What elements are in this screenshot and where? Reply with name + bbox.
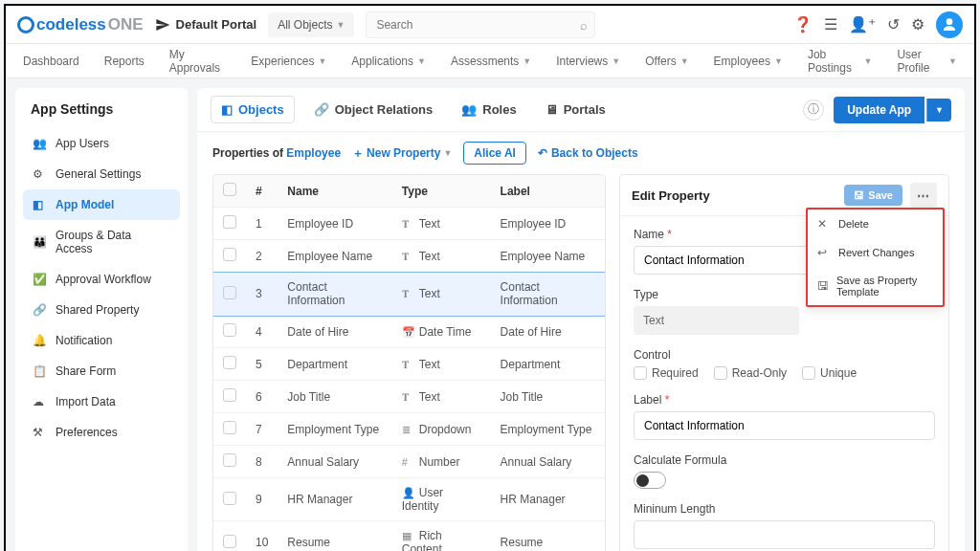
menu-delete[interactable]: ✕Delete xyxy=(808,209,943,238)
check-icon: ✅ xyxy=(33,273,48,286)
help-icon[interactable]: ❓ xyxy=(793,15,813,33)
tab-roles[interactable]: 👥Roles xyxy=(452,96,525,123)
nav-dashboard[interactable]: Dashboard xyxy=(23,55,79,68)
content: ◧Objects🔗Object Relations👥Roles🖥Portals … xyxy=(197,88,965,551)
edit-property-panel: Edit Property 🖫 Save ⋯ ✕Delete↩Revert Ch… xyxy=(619,174,949,551)
tab-object-relations[interactable]: 🔗Object Relations xyxy=(304,96,443,123)
new-property-button[interactable]: ＋ New Property ▼ xyxy=(352,145,452,162)
type-icon: 👤 xyxy=(402,487,415,499)
nav-job-postings[interactable]: Job Postings▼ xyxy=(808,48,873,75)
sidebar-item-general-settings[interactable]: ⚙General Settings xyxy=(23,159,180,189)
type-icon: 𝐓 xyxy=(402,288,415,300)
sidebar-item-notification[interactable]: 🔔Notification xyxy=(23,325,180,356)
type-icon: # xyxy=(402,456,415,468)
tab-portals[interactable]: 🖥Portals xyxy=(536,96,615,123)
type-icon: 𝐓 xyxy=(402,251,415,263)
desktop-icon: 🖥 xyxy=(546,102,558,117)
nav-my-approvals[interactable]: My Approvals xyxy=(169,48,227,75)
table-row[interactable]: 1Employee ID𝐓TextEmployee ID xyxy=(213,208,605,240)
table-row[interactable]: 8Annual Salary#NumberAnnual Salary xyxy=(213,446,605,478)
sidebar-item-app-users[interactable]: 👥App Users xyxy=(23,128,180,159)
min-length-input[interactable] xyxy=(634,520,935,549)
row-checkbox[interactable] xyxy=(223,248,236,261)
type-icon: 𝐓 xyxy=(402,218,415,231)
nav-employees[interactable]: Employees▼ xyxy=(714,55,783,68)
link-icon: 🔗 xyxy=(314,102,329,117)
row-checkbox[interactable] xyxy=(223,356,236,369)
history-icon[interactable]: ↺ xyxy=(887,15,900,33)
formula-toggle[interactable] xyxy=(634,472,666,489)
nav-offers[interactable]: Offers▼ xyxy=(645,55,688,68)
sidebar-item-groups-data-access[interactable]: 👪Groups & Data Access xyxy=(23,220,180,264)
tab-objects[interactable]: ◧Objects xyxy=(211,96,295,123)
control-readonly[interactable]: Read-Only xyxy=(714,366,787,380)
info-icon[interactable]: ⓘ xyxy=(803,99,824,121)
object-filter-select[interactable]: All Objects ▼ xyxy=(268,12,354,37)
back-to-objects-button[interactable]: ↶ Back to Objects xyxy=(538,146,638,160)
update-app-button[interactable]: Update App xyxy=(834,97,924,123)
sidebar-title: App Settings xyxy=(23,101,180,128)
stack-icon[interactable]: ☰ xyxy=(824,15,837,33)
row-checkbox[interactable] xyxy=(223,388,236,402)
row-checkbox[interactable] xyxy=(223,286,236,299)
row-checkbox[interactable] xyxy=(223,421,236,434)
min-length-label: Mininum Length xyxy=(634,502,935,516)
row-checkbox[interactable] xyxy=(223,453,236,467)
portal-selector[interactable]: Default Portal xyxy=(155,17,257,33)
nav-assessments[interactable]: Assessments▼ xyxy=(451,55,531,68)
nav-user-profile[interactable]: User Profile▼ xyxy=(897,48,957,75)
sidebar-item-app-model[interactable]: ◧App Model xyxy=(23,189,180,220)
more-actions-button[interactable]: ⋯ xyxy=(910,183,937,208)
nav-reports[interactable]: Reports xyxy=(104,55,145,68)
top-icons: ❓ ☰ 👤⁺ ↺ ⚙ xyxy=(793,11,963,38)
cube-icon: ◧ xyxy=(33,198,48,211)
menu-save-as-property-template[interactable]: 🖫Save as Property Template xyxy=(808,267,943,305)
undo-icon: ↩ xyxy=(817,246,831,259)
sidebar-item-shared-property[interactable]: 🔗Shared Property xyxy=(23,295,180,325)
type-icon: 𝐓 xyxy=(402,359,415,371)
nav-applications[interactable]: Applications▼ xyxy=(351,55,426,68)
table-row[interactable]: 7Employment Type≣DropdownEmployment Type xyxy=(213,413,605,446)
control-required[interactable]: Required xyxy=(634,366,699,380)
settings-icon[interactable]: ⚙ xyxy=(911,15,924,33)
user-add-icon[interactable]: 👤⁺ xyxy=(849,15,876,33)
group-icon: 👪 xyxy=(33,235,48,249)
edit-panel-title: Edit Property xyxy=(632,188,710,203)
table-row[interactable]: 3Contact Information𝐓TextContact Informa… xyxy=(213,273,605,316)
avatar[interactable] xyxy=(936,11,963,38)
caret-down-icon: ▼ xyxy=(336,20,345,30)
row-checkbox[interactable] xyxy=(223,492,236,505)
row-checkbox[interactable] xyxy=(223,215,236,229)
x-icon: ✕ xyxy=(817,217,831,231)
row-checkbox[interactable] xyxy=(223,323,236,337)
subheader: Properties of Employee ＋ New Property ▼ … xyxy=(197,132,965,174)
row-checkbox[interactable] xyxy=(223,535,236,548)
table-row[interactable]: 2Employee Name𝐓TextEmployee Name xyxy=(213,240,605,273)
users-icon: 👥 xyxy=(461,102,477,117)
menu-revert-changes[interactable]: ↩Revert Changes xyxy=(808,238,943,267)
select-all-checkbox[interactable] xyxy=(223,183,236,196)
table-row[interactable]: 6Job Title𝐓TextJob Title xyxy=(213,381,605,413)
nav-experiences[interactable]: Experiences▼ xyxy=(251,55,326,68)
send-icon xyxy=(155,17,170,33)
cube-icon: ◧ xyxy=(221,102,233,117)
control-label: Control xyxy=(634,348,935,362)
sidebar-item-preferences[interactable]: ⚒Preferences xyxy=(23,417,180,448)
sidebar-item-import-data[interactable]: ☁Import Data xyxy=(23,386,180,417)
table-row[interactable]: 4Date of Hire📅Date TimeDate of Hire xyxy=(213,316,605,348)
nav-interviews[interactable]: Interviews▼ xyxy=(556,55,620,68)
search-icon: ⌕ xyxy=(580,17,588,32)
type-icon: ▦ xyxy=(402,530,415,542)
control-unique[interactable]: Unique xyxy=(802,366,857,380)
label-label: Label * xyxy=(634,393,935,407)
table-row[interactable]: 5Department𝐓TextDepartment xyxy=(213,348,605,381)
save-button[interactable]: 🖫 Save xyxy=(844,185,902,206)
sidebar-item-share-form[interactable]: 📋Share Form xyxy=(23,356,180,386)
update-app-dropdown[interactable]: ▼ xyxy=(926,99,951,121)
label-input[interactable] xyxy=(634,411,935,440)
alice-ai-button[interactable]: Alice AI xyxy=(463,142,526,165)
table-row[interactable]: 9HR Manager👤User IdentityHR Manager xyxy=(213,478,605,521)
search-input[interactable] xyxy=(366,11,595,38)
table-row[interactable]: 10Resume▦Rich ContentResume xyxy=(213,521,605,552)
sidebar-item-approval-workflow[interactable]: ✅Approval Workflow xyxy=(23,264,180,295)
